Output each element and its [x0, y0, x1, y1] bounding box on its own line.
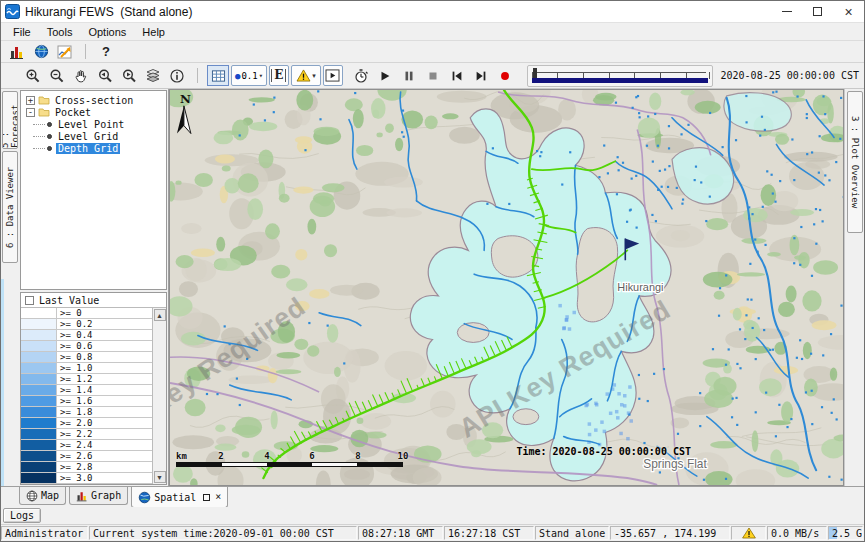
legend-swatch: [21, 451, 57, 461]
legend-row[interactable]: >= 0: [21, 308, 152, 319]
tab-plot-overview[interactable]: 3 : Plot Overview: [847, 91, 863, 233]
legend-header: Last Value: [21, 293, 166, 308]
legend-row[interactable]: >= 1.4: [21, 385, 152, 396]
record-button[interactable]: [494, 65, 516, 86]
title-bar: Hikurangi FEWS (Stand alone) ×: [1, 1, 864, 23]
database-button[interactable]: [5, 42, 29, 62]
last-value-label: Last Value: [39, 295, 99, 306]
warning-icon: [296, 69, 311, 82]
app-logo-icon: [5, 4, 20, 19]
play-button[interactable]: [374, 65, 396, 86]
menu-options[interactable]: Options: [80, 25, 134, 39]
zoom-in-button[interactable]: [22, 65, 44, 86]
legend-row[interactable]: >= 1.0: [21, 363, 152, 374]
zoom-in-icon: [25, 68, 41, 84]
status-mode: Stand alone: [535, 526, 609, 540]
zoom-out-button[interactable]: [46, 65, 68, 86]
slider-track: [534, 72, 706, 73]
animation-button[interactable]: [323, 65, 343, 86]
maximize-button[interactable]: [802, 1, 833, 22]
tree-item-level-grid[interactable]: Level Grid: [21, 130, 166, 142]
tab-spatial[interactable]: Spatial ×: [131, 487, 228, 508]
legend-button[interactable]: E: [269, 65, 289, 86]
step-forward-button[interactable]: [470, 65, 492, 86]
legend-row[interactable]: >= 1.8: [21, 407, 152, 418]
minimize-button[interactable]: [771, 1, 802, 22]
play-icon: [378, 69, 392, 83]
status-warning[interactable]: [731, 526, 766, 540]
tab-close-icon[interactable]: ×: [215, 492, 221, 502]
legend-e-icon: E: [271, 69, 286, 82]
spatial-globe-icon: [138, 491, 151, 504]
menu-tools[interactable]: Tools: [39, 25, 81, 39]
legend-row[interactable]: >= 2.2: [21, 429, 152, 440]
legend-row-label: >= 1.0: [57, 363, 152, 373]
legend-row-label: >= 2.8: [57, 462, 152, 472]
legend-row[interactable]: >= 2.8: [21, 462, 152, 473]
legend-row-label: >= 1.4: [57, 385, 152, 395]
legend-row[interactable]: >= 1.2: [21, 374, 152, 385]
timeseries-button[interactable]: [53, 42, 77, 62]
legend-row[interactable]: >= 0.6: [21, 341, 152, 352]
animation-settings-button[interactable]: [350, 65, 372, 86]
layer-tree: + Cross-section - Pocket Level P: [20, 90, 167, 290]
zoom-out-icon: [49, 68, 65, 84]
info-button[interactable]: [166, 65, 188, 86]
legend-row-label: >= 1.6: [57, 396, 152, 406]
tree-item-level-point[interactable]: Level Point: [21, 118, 166, 130]
legend-row[interactable]: >= 2.4: [21, 440, 152, 451]
step-back-button[interactable]: [446, 65, 468, 86]
legend-row[interactable]: >= 0.4: [21, 330, 152, 341]
pause-icon: [402, 69, 416, 83]
legend-row-label: >= 0.6: [57, 341, 152, 351]
map-display-button[interactable]: [29, 42, 53, 62]
legend-row[interactable]: >= 0.8: [21, 352, 152, 363]
toolbar-separator: [85, 44, 86, 59]
tab-data-viewer[interactable]: 6 : Data Viewer: [2, 151, 18, 263]
menu-file[interactable]: File: [5, 25, 39, 39]
pan-button[interactable]: [70, 65, 92, 86]
legend-swatch: [21, 308, 57, 318]
legend-row[interactable]: >= 2.0: [21, 418, 152, 429]
tree-item-depth-grid[interactable]: Depth Grid: [21, 142, 166, 154]
menu-bar: File Tools Options Help: [1, 23, 864, 41]
warnings-dropdown[interactable]: ▾: [291, 65, 321, 86]
pause-button[interactable]: [398, 65, 420, 86]
legend-scrollbar[interactable]: ▲ ▼: [152, 308, 166, 484]
expand-icon[interactable]: +: [26, 96, 35, 105]
tree-item-label: Level Grid: [56, 131, 120, 142]
last-value-checkbox[interactable]: [25, 296, 34, 305]
legend-swatch: [21, 418, 57, 428]
tree-item-label: Cross-section: [53, 95, 135, 106]
grid-toggle-button[interactable]: [207, 65, 229, 86]
scroll-up-icon[interactable]: ▲: [154, 309, 166, 321]
tree-item-cross-section[interactable]: + Cross-section: [21, 94, 166, 106]
grid-interval-dropdown[interactable]: ●0.1▾: [231, 65, 267, 86]
tab-maximize-icon[interactable]: [203, 494, 210, 501]
tree-item-pocket[interactable]: - Pocket: [21, 106, 166, 118]
time-slider[interactable]: [527, 65, 713, 87]
bullet-icon: [47, 146, 52, 151]
legend-row[interactable]: >= 2.6: [21, 451, 152, 462]
help-button[interactable]: ?: [94, 42, 118, 62]
window-edge-highlight: [1, 279, 4, 486]
tab-graph[interactable]: Graph: [69, 487, 128, 505]
logs-button[interactable]: Logs: [3, 508, 41, 523]
legend-row[interactable]: >= 0.2: [21, 319, 152, 330]
layers-button[interactable]: [142, 65, 164, 86]
map-canvas[interactable]: API Key Required API Key Required Hikura…: [170, 90, 843, 485]
legend-row[interactable]: >= 1.6: [21, 396, 152, 407]
chart-arrow-icon: [57, 44, 73, 60]
legend-swatch: [21, 462, 57, 472]
stop-button[interactable]: [422, 65, 444, 86]
tab-map[interactable]: Map: [19, 487, 66, 505]
close-button[interactable]: ×: [833, 1, 864, 22]
map-view[interactable]: API Key Required API Key Required Hikura…: [169, 89, 844, 486]
legend-row[interactable]: >= 3.0: [21, 473, 152, 484]
zoom-previous-button[interactable]: [94, 65, 116, 86]
collapse-icon[interactable]: -: [26, 108, 35, 117]
menu-help[interactable]: Help: [134, 25, 173, 39]
tab-forecast[interactable]: 5 : Forecast: [2, 91, 18, 149]
scroll-down-icon[interactable]: ▼: [154, 471, 166, 483]
zoom-next-button[interactable]: [118, 65, 140, 86]
